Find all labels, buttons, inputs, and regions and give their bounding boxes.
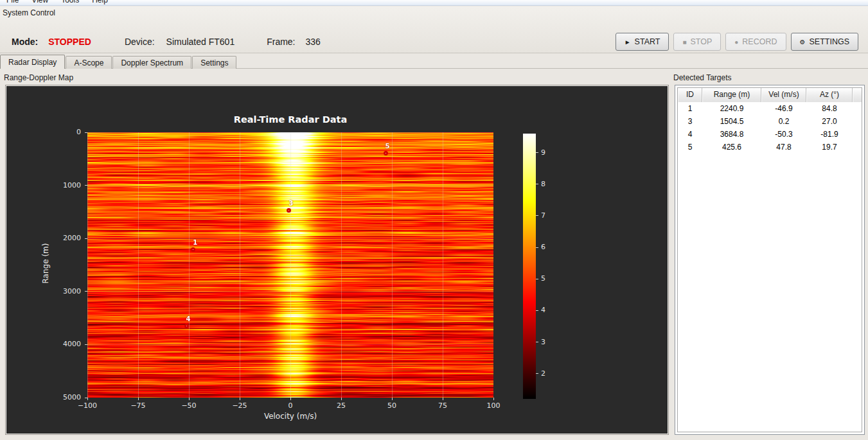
colorbar-tick-label: 6	[541, 243, 556, 251]
table-row[interactable]: 4 3684.8 -50.3 -81.9	[678, 128, 862, 141]
x-tick-label: −25	[226, 401, 254, 410]
x-tick-label: 75	[429, 401, 457, 410]
heatmap	[87, 132, 493, 398]
control-buttons: ► START ■ STOP ● RECORD ⚙ SETTINGS	[616, 33, 858, 51]
status-fields: Mode: STOPPED Device: Simulated FT601 Fr…	[12, 33, 321, 51]
menu-help[interactable]: Help	[85, 0, 114, 5]
y-tick-label: 5000	[49, 393, 81, 401]
x-tick-mark	[87, 398, 88, 400]
colorbar-tick-mark	[536, 342, 538, 342]
menu-file[interactable]: File	[0, 0, 25, 5]
x-tick-label: 25	[327, 401, 355, 410]
cell-vel: -50.3	[761, 128, 806, 141]
table-row[interactable]: 3 1504.5 0.2 27.0	[678, 115, 862, 128]
play-icon: ►	[624, 39, 631, 46]
y-tick-label: 4000	[49, 340, 81, 348]
target-marker	[184, 324, 189, 328]
cell-id: 1	[678, 102, 702, 115]
menu-view[interactable]: View	[25, 0, 55, 5]
colorbar-tick-mark	[536, 184, 538, 184]
cell-range: 2240.9	[702, 102, 761, 115]
cell-vel: -46.9	[761, 102, 806, 115]
tab-doppler-spectrum[interactable]: Doppler Spectrum	[112, 56, 191, 69]
stop-button[interactable]: ■ STOP	[673, 33, 721, 51]
colorbar-tick-label: 3	[541, 338, 556, 346]
y-tick-mark	[85, 291, 87, 292]
cell-az: 19.7	[806, 141, 853, 154]
cell-id: 4	[678, 128, 702, 141]
range-doppler-plot: Real-Time Radar Data Range (m) Velocity …	[5, 85, 669, 435]
x-tick-mark	[392, 398, 393, 400]
cell-id: 3	[678, 115, 702, 128]
target-marker	[287, 208, 291, 213]
settings-button[interactable]: ⚙ SETTINGS	[791, 33, 858, 51]
colorbar-tick-mark	[536, 279, 538, 279]
frame-value: 336	[306, 37, 321, 47]
x-tick-mark	[138, 398, 139, 400]
system-control-group: System Control Mode: STOPPED Device: Sim…	[0, 6, 868, 53]
colorbar-tick-mark	[536, 310, 538, 311]
colorbar-tick-label: 5	[541, 274, 556, 283]
col-header-range[interactable]: Range (m)	[702, 88, 761, 102]
x-tick-label: 50	[378, 401, 406, 410]
record-button[interactable]: ● RECORD	[725, 33, 786, 51]
y-tick-mark	[85, 238, 87, 239]
x-tick-label: 100	[479, 401, 508, 410]
tab-bar: Radar Display A-Scope Doppler Spectrum S…	[0, 55, 868, 69]
frame-label: Frame:	[267, 37, 295, 47]
x-tick-label: −50	[175, 401, 203, 410]
y-tick-label: 3000	[49, 287, 81, 295]
y-tick-mark	[85, 132, 87, 133]
menu-tools[interactable]: Tools	[55, 0, 85, 5]
colorbar-tick-mark	[536, 152, 538, 153]
target-marker-label: 5	[380, 143, 395, 150]
x-tick-mark	[189, 398, 190, 400]
colorbar-tick-mark	[536, 247, 538, 248]
y-tick-mark	[85, 185, 87, 186]
colorbar-tick-mark	[536, 373, 538, 374]
target-marker-label: 1	[188, 239, 203, 246]
heatmap-canvas	[87, 132, 493, 398]
y-tick-label: 2000	[49, 234, 81, 242]
table-row[interactable]: 5 425.6 47.8 19.7	[678, 141, 862, 154]
start-button[interactable]: ► START	[616, 33, 669, 51]
colorbar-tick-label: 7	[541, 211, 556, 220]
table-row[interactable]: 1 2240.9 -46.9 84.8	[678, 102, 862, 115]
colorbar-canvas	[523, 134, 536, 399]
tab-settings[interactable]: Settings	[192, 56, 236, 69]
x-axis-label: Velocity (m/s)	[87, 412, 493, 421]
col-header-filler	[853, 88, 862, 102]
plot-title: Real-Time Radar Data	[87, 114, 493, 125]
stop-icon: ■	[682, 39, 686, 46]
mode-value: STOPPED	[48, 37, 91, 47]
colorbar-tick-mark	[536, 215, 538, 216]
cell-az: 27.0	[806, 115, 853, 128]
y-axis-label: Range (m)	[41, 243, 50, 284]
x-tick-label: 0	[276, 401, 305, 410]
table-header: ID Range (m) Vel (m/s) Az (°)	[678, 88, 862, 102]
y-tick-mark	[85, 398, 87, 398]
mode-label: Mode:	[12, 37, 38, 47]
target-marker-label: 3	[283, 200, 299, 207]
tab-a-scope[interactable]: A-Scope	[66, 56, 112, 69]
target-marker-label: 4	[181, 315, 196, 322]
cell-vel: 47.8	[761, 141, 806, 154]
cell-az: -81.9	[806, 128, 853, 141]
cell-range: 3684.8	[702, 128, 761, 141]
device-label: Device:	[125, 37, 155, 47]
x-tick-mark	[240, 398, 240, 400]
col-header-vel[interactable]: Vel (m/s)	[761, 88, 806, 102]
x-tick-mark	[341, 398, 342, 400]
x-tick-label: −75	[124, 401, 152, 410]
targets-table: ID Range (m) Vel (m/s) Az (°) 1 2240.9 -…	[677, 87, 862, 432]
col-header-id[interactable]: ID	[678, 88, 702, 102]
col-header-az[interactable]: Az (°)	[806, 88, 853, 102]
cell-range: 1504.5	[702, 115, 761, 128]
tab-radar-display[interactable]: Radar Display	[0, 55, 65, 69]
colorbar	[523, 134, 536, 399]
x-tick-mark	[493, 398, 494, 400]
y-tick-label: 0	[49, 128, 81, 136]
x-tick-mark	[443, 398, 443, 400]
cell-range: 425.6	[702, 141, 761, 154]
y-tick-label: 1000	[49, 181, 81, 189]
